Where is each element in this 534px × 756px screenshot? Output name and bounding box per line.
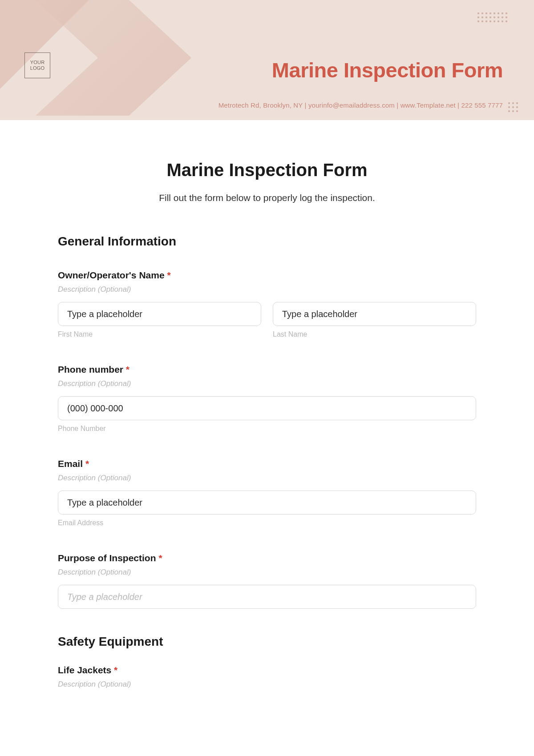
purpose-description: Description (Optional) [58,568,476,577]
phone-label: Phone number * [58,364,476,375]
purpose-input[interactable] [58,585,476,609]
field-owner-name: Owner/Operator's Name * Description (Opt… [58,270,476,338]
phone-description: Description (Optional) [58,379,476,388]
phone-label-text: Phone number [58,364,123,374]
required-asterisk: * [126,364,129,374]
header-banner: YOURLOGO Marine Inspection Form Metrotec… [0,0,534,120]
phone-sublabel: Phone Number [58,425,476,433]
dot-grid-icon [477,12,507,22]
section-safety-heading: Safety Equipment [58,635,476,649]
owner-description: Description (Optional) [58,285,476,294]
form-content: Marine Inspection Form Fill out the form… [0,120,534,715]
life-jackets-label: Life Jackets * [58,665,476,676]
last-name-sublabel: Last Name [273,330,476,338]
required-asterisk: * [85,458,89,469]
email-input[interactable] [58,491,476,515]
first-name-input[interactable] [58,302,261,326]
banner-title: Marine Inspection Form [272,58,503,82]
phone-input[interactable] [58,396,476,420]
last-name-input[interactable] [273,302,476,326]
form-title: Marine Inspection Form [58,160,476,180]
required-asterisk: * [114,665,117,675]
field-email: Email * Description (Optional) Email Add… [58,458,476,527]
field-purpose: Purpose of Inspection * Description (Opt… [58,553,476,609]
required-asterisk: * [167,270,170,280]
page: YOURLOGO Marine Inspection Form Metrotec… [0,0,534,715]
field-phone: Phone number * Description (Optional) Ph… [58,364,476,433]
life-jackets-label-text: Life Jackets [58,665,111,675]
required-asterisk: * [158,553,162,563]
field-life-jackets: Life Jackets * Description (Optional) [58,665,476,689]
banner-meta: Metrotech Rd, Brooklyn, NY | yourinfo@em… [218,101,503,109]
email-label-text: Email [58,458,83,469]
first-name-sublabel: First Name [58,330,261,338]
logo-placeholder: YOURLOGO [24,52,50,78]
owner-label: Owner/Operator's Name * [58,270,476,281]
purpose-label: Purpose of Inspection * [58,553,476,563]
purpose-label-text: Purpose of Inspection [58,553,156,563]
email-sublabel: Email Address [58,519,476,527]
email-label: Email * [58,458,476,469]
life-jackets-description: Description (Optional) [58,680,476,689]
dot-grid-small-icon [508,102,518,112]
owner-label-text: Owner/Operator's Name [58,270,165,280]
form-subtitle: Fill out the form below to properly log … [58,193,476,203]
email-description: Description (Optional) [58,474,476,483]
section-general-heading: General Information [58,234,476,249]
